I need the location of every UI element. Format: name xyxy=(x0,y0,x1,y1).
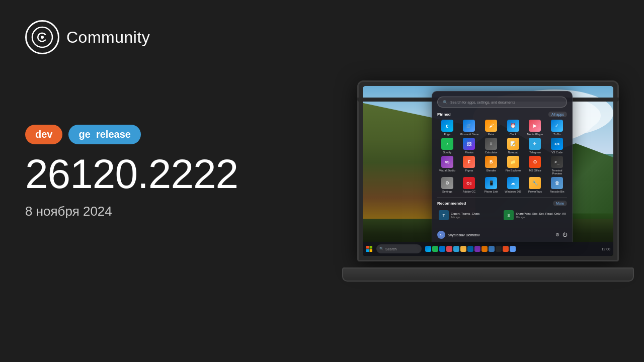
list-item[interactable]: B Blender xyxy=(481,156,501,175)
app-label-todo: To Do xyxy=(553,133,560,136)
app-icon-terminal: >_ xyxy=(551,156,563,168)
taskbar-search-icon: 🔍 xyxy=(379,247,384,251)
list-item[interactable]: ⚙ Settings xyxy=(437,177,457,193)
list-item[interactable]: ✈ Telegram xyxy=(525,138,545,154)
list-item[interactable]: 🗑 Recycle Bin xyxy=(547,177,567,193)
app-label-recycle: Recycle Bin xyxy=(550,190,565,193)
win-taskbar: 🔍 Search xyxy=(363,242,613,256)
svg-rect-3 xyxy=(370,246,373,249)
power-icon[interactable]: ⏻ xyxy=(562,232,567,237)
badge-dev: dev xyxy=(25,125,62,144)
taskbar-icon-8[interactable] xyxy=(481,246,488,252)
list-item[interactable]: ♪ Spotify xyxy=(437,138,457,154)
list-item[interactable]: ⏰ Clock xyxy=(503,120,523,136)
laptop-base xyxy=(342,267,634,282)
sm-all-apps-link[interactable]: All apps xyxy=(548,112,567,117)
list-item[interactable]: 🖼 Photos xyxy=(459,138,479,154)
badges-container: dev ge_release xyxy=(25,125,287,144)
app-icon-edge: e xyxy=(441,120,453,132)
rec-name-1: Export_Teams_Chats xyxy=(451,212,499,216)
app-label-clock: Clock xyxy=(510,133,517,136)
taskbar-icon-10[interactable] xyxy=(496,246,502,252)
sm-user-info[interactable]: S Svyatoslav Demidov xyxy=(437,231,479,239)
list-item[interactable]: O MS Office xyxy=(525,156,545,175)
list-item[interactable]: e Edge xyxy=(437,120,457,136)
list-item[interactable]: S SharePoint_Site_Set_Read_Only_All 19h … xyxy=(502,209,567,222)
list-item[interactable]: >_ Terminal Preview xyxy=(547,156,567,175)
settings-icon[interactable]: ⚙ xyxy=(555,232,559,237)
app-label-spotify: Spotify xyxy=(443,151,451,154)
app-label-msoffice: MS Office xyxy=(529,169,541,172)
taskbar-icon-4[interactable] xyxy=(453,246,459,252)
list-item[interactable]: 🔧 PowerToys xyxy=(525,177,545,193)
taskbar-icon-3[interactable] xyxy=(446,246,452,252)
laptop-container: 🔍 Search for apps, settings, and documen… xyxy=(332,25,644,337)
sm-pinned-header: Pinned All apps xyxy=(437,112,567,117)
list-item[interactable]: 🖌 Paint xyxy=(481,120,501,136)
list-item[interactable]: ✓ To Do xyxy=(547,120,567,136)
sm-power-controls: ⚙ ⏻ xyxy=(555,232,567,237)
app-label-paint: Paint xyxy=(488,133,495,136)
sm-pinned-grid: e Edge 🛒 Microsoft Store 🖌 Paint xyxy=(437,120,567,193)
taskbar-icon-7[interactable] xyxy=(474,246,480,252)
sm-search-bar[interactable]: 🔍 Search for apps, settings, and documen… xyxy=(437,97,567,108)
list-item[interactable]: 🛒 Microsoft Store xyxy=(459,120,479,136)
username: Svyatoslav Demidov xyxy=(448,233,479,237)
windows-start-button[interactable] xyxy=(366,245,373,252)
taskbar-icon-11[interactable] xyxy=(503,246,509,252)
version-number: 26120.2222 xyxy=(25,152,287,196)
laptop-body: 🔍 Search for apps, settings, and documen… xyxy=(342,80,634,282)
taskbar-icon-edge[interactable] xyxy=(425,246,431,252)
app-label-vs: Visual Studio xyxy=(439,169,455,172)
list-item[interactable]: T Export_Teams_Chats 14h ago xyxy=(437,209,500,222)
list-item[interactable]: </> VS Code xyxy=(547,138,567,154)
list-item[interactable]: VS Visual Studio xyxy=(437,156,457,175)
app-icon-todo: ✓ xyxy=(551,120,563,132)
taskbar-icons xyxy=(425,246,600,252)
taskbar-icon-1[interactable] xyxy=(432,246,438,252)
svg-rect-5 xyxy=(370,249,373,252)
app-icon-paint: 🖌 xyxy=(485,120,497,132)
rec-time-2: 19h ago xyxy=(516,216,566,219)
app-icon-store: 🛒 xyxy=(463,120,475,132)
rec-time-1: 14h ago xyxy=(451,216,499,219)
list-item[interactable]: ▶ Media Player xyxy=(525,120,545,136)
taskbar-icon-2[interactable] xyxy=(439,246,445,252)
app-icon-phonelink: 📱 xyxy=(485,177,497,189)
list-item[interactable]: Cc Adobe CC xyxy=(459,177,479,193)
list-item[interactable]: 📁 File Explorer xyxy=(503,156,523,175)
app-icon-figma: F xyxy=(463,156,475,168)
taskbar-search[interactable]: 🔍 Search xyxy=(376,244,422,253)
app-icon-notepad: 📝 xyxy=(507,138,519,150)
taskbar-icon-9[interactable] xyxy=(489,246,495,252)
list-item[interactable]: 📝 Notepad xyxy=(503,138,523,154)
app-icon-blender: B xyxy=(485,156,497,168)
app-label-notepad: Notepad xyxy=(508,151,518,154)
rec-info-2: SharePoint_Site_Set_Read_Only_All 19h ag… xyxy=(516,212,566,219)
rec-name-2: SharePoint_Site_Set_Read_Only_All xyxy=(516,212,566,216)
app-icon-explorer: 📁 xyxy=(507,156,519,168)
app-label-calc: Calculator xyxy=(485,151,498,154)
app-icon-calc: # xyxy=(485,138,497,150)
release-date: 8 ноября 2024 xyxy=(25,204,287,219)
app-label-telegram: Telegram xyxy=(529,151,541,154)
taskbar-icon-5[interactable] xyxy=(460,246,466,252)
list-item[interactable]: ☁ Windows 365 xyxy=(503,177,523,193)
taskbar-right: 12:00 xyxy=(601,247,610,251)
app-label-settings: Settings xyxy=(442,190,452,193)
app-label-edge: Edge xyxy=(444,133,450,136)
list-item[interactable]: F Figma xyxy=(459,156,479,175)
list-item[interactable]: 📱 Phone Link xyxy=(481,177,501,193)
app-icon-msoffice: O xyxy=(529,156,541,168)
rec-icon-1: T xyxy=(439,210,449,220)
taskbar-icon-12[interactable] xyxy=(510,246,516,252)
taskbar-icon-6[interactable] xyxy=(467,246,473,252)
app-icon-vscode: </> xyxy=(551,138,563,150)
sm-more-link[interactable]: More xyxy=(553,201,567,206)
list-item[interactable]: # Calculator xyxy=(481,138,501,154)
app-label-w365: Windows 365 xyxy=(505,190,521,193)
app-label-explorer: File Explorer xyxy=(505,169,521,172)
app-label-figma: Figma xyxy=(465,169,473,172)
avatar-letter: S xyxy=(440,233,442,237)
laptop-screen-inner: 🔍 Search for apps, settings, and documen… xyxy=(363,86,613,256)
